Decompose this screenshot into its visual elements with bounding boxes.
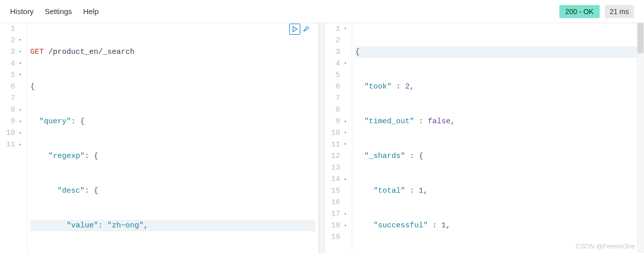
scrollbar-thumb[interactable] [637, 23, 643, 53]
main-menu: History Settings Help [10, 7, 99, 16]
split-panes: 1 2▾ 3▾ 4▾ 5▾ 6 7 8▴ 9▴ 10▴ 11▴ GET /pro… [0, 23, 644, 253]
request-code[interactable]: GET /product_en/_search { "query": { "re… [27, 23, 318, 253]
request-editor[interactable]: 1 2▾ 3▾ 4▾ 5▾ 6 7 8▴ 9▴ 10▴ 11▴ GET /pro… [0, 23, 318, 253]
request-path: /product_en/_search [48, 46, 135, 58]
play-icon [291, 26, 298, 33]
http-method: GET [30, 46, 44, 58]
response-editor[interactable]: 1▾ 2 3 4▾ 5 6 7 8 9▴ 10▾ 11▾ 12 13 14▴ 1… [325, 23, 644, 253]
http-status-badge: 200 - OK [559, 5, 600, 18]
run-request-button[interactable] [289, 24, 300, 35]
scrollbar-track[interactable] [637, 23, 644, 253]
highlighted-line: "value": "zh~ong", [30, 220, 315, 231]
editor-actions [289, 23, 311, 35]
request-gutter: 1 2▾ 3▾ 4▾ 5▾ 6 7 8▴ 9▴ 10▴ 11▴ [0, 23, 27, 253]
menu-help[interactable]: Help [83, 7, 99, 16]
pane-divider[interactable] [319, 23, 325, 253]
watermark-text: CSDN @FeenixOne [576, 242, 635, 250]
menu-settings[interactable]: Settings [45, 7, 72, 16]
response-time-badge: 21 ms [605, 5, 634, 18]
response-gutter: 1▾ 2 3 4▾ 5 6 7 8 9▴ 10▾ 11▾ 12 13 14▴ 1… [325, 23, 352, 253]
menu-history[interactable]: History [10, 7, 34, 16]
response-pane: 1▾ 2 3 4▾ 5 6 7 8 9▴ 10▾ 11▾ 12 13 14▴ 1… [325, 23, 644, 253]
status-area: 200 - OK 21 ms [559, 5, 634, 18]
wrench-button[interactable] [300, 24, 311, 35]
top-bar: History Settings Help 200 - OK 21 ms [0, 0, 644, 23]
response-code[interactable]: { "took" : 2, "timed_out" : false, "_sha… [352, 23, 644, 253]
request-pane: 1 2▾ 3▾ 4▾ 5▾ 6 7 8▴ 9▴ 10▴ 11▴ GET /pro… [0, 23, 319, 253]
wrench-icon [302, 26, 309, 33]
